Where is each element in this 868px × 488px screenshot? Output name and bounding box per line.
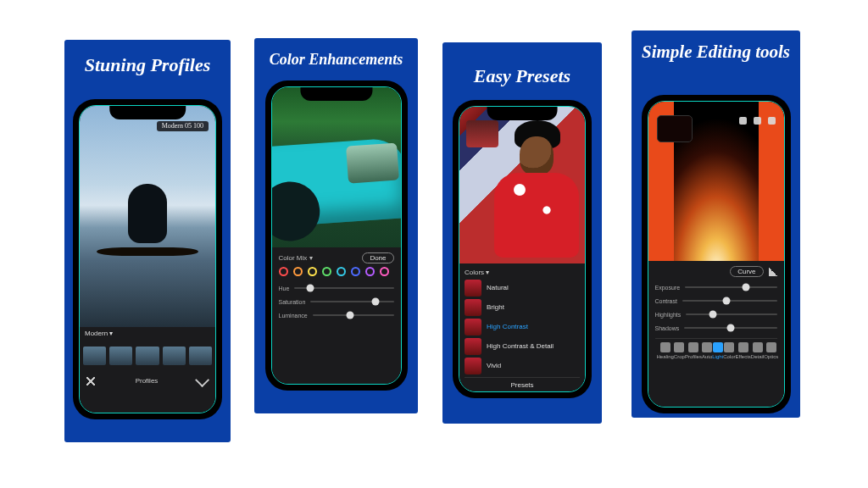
hue-picker-row [279, 267, 394, 276]
slider-shadows[interactable]: Shadows [655, 321, 777, 335]
hue-dot[interactable] [293, 267, 303, 276]
tool-label: Light [712, 354, 723, 359]
done-button[interactable]: Done [362, 252, 393, 263]
slider-exposure[interactable]: Exposure [655, 280, 777, 294]
phone-screen: Curve ExposureContrastHighlightsShadows … [648, 101, 785, 408]
tool-crop[interactable]: Crop [674, 342, 685, 359]
tool-label: Auto [702, 354, 712, 359]
preset-group-dropdown[interactable]: Colors ▾ [465, 269, 580, 276]
tool-detail[interactable]: Detail [751, 342, 764, 359]
preset-item[interactable]: Vivid [465, 358, 580, 374]
phone-notch [678, 102, 754, 115]
slider-label: Luminance [279, 313, 308, 319]
preset-item[interactable]: Natural [465, 280, 580, 297]
hue-dot[interactable] [337, 267, 346, 276]
preset-thumb [465, 358, 481, 374]
tool-icon [724, 342, 734, 352]
profile-thumb[interactable] [163, 347, 186, 365]
hue-dot[interactable] [322, 267, 331, 276]
phone-mock: Colors ▾ NaturalBrightHigh ContrastHigh … [453, 100, 592, 398]
photo-subject [128, 184, 167, 243]
card-title: Stuning Profiles [64, 47, 231, 75]
phone-screen: Colors ▾ NaturalBrightHigh ContrastHigh … [459, 106, 586, 392]
tool-color[interactable]: Color [723, 342, 735, 359]
color-mix-panel: Color Mix ▾ Done HueSaturationLuminance [272, 247, 401, 384]
phone-notch [487, 107, 558, 120]
tool-label: Profiles [685, 354, 702, 359]
light-panel: Curve ExposureContrastHighlightsShadows … [648, 261, 784, 407]
slider-label: Shadows [655, 325, 680, 331]
profile-thumb[interactable] [189, 347, 212, 365]
hue-dot[interactable] [380, 267, 389, 276]
cloud-icon[interactable] [754, 117, 761, 125]
profile-thumb[interactable] [83, 347, 106, 365]
preset-item[interactable]: High Contrast & Detail [465, 338, 580, 355]
phone-mock: Curve ExposureContrastHighlightsShadows … [642, 95, 791, 413]
profiles-panel: Modern ▾ Profiles [80, 327, 215, 413]
cancel-icon[interactable] [86, 377, 95, 385]
editing-tool-row: HealingCropProfilesAutoLightColorEffects… [655, 338, 777, 361]
phone-notch [300, 87, 372, 101]
slider-luminance[interactable]: Luminance [279, 308, 394, 322]
preset-item[interactable]: High Contrast [465, 319, 580, 336]
phone-mock: Color Mix ▾ Done HueSaturationLuminance [265, 80, 408, 391]
before-thumbnail[interactable] [657, 115, 693, 142]
preset-thumb [465, 299, 481, 316]
card-title: Color Enhancements [254, 43, 418, 69]
feature-card-editing: Simple Editing tools Curve ExposureContr… [632, 30, 800, 418]
share-icon[interactable] [768, 117, 776, 125]
profile-thumb[interactable] [136, 347, 159, 365]
card-title: Easy Presets [442, 58, 602, 86]
edited-photo[interactable] [272, 87, 401, 259]
profile-thumb-strip[interactable] [80, 340, 215, 372]
phone-screen: Color Mix ▾ Done HueSaturationLuminance [271, 86, 402, 385]
feature-card-profiles: Stuning Profiles Modern 05 100 Modern ▾ [64, 40, 231, 442]
promo-stage: Stuning Profiles Modern 05 100 Modern ▾ [0, 0, 868, 488]
undo-icon[interactable] [739, 117, 747, 125]
hue-dot[interactable] [351, 267, 360, 276]
tool-label: Effects [736, 354, 751, 359]
tool-label: Optics [764, 354, 778, 359]
phone-screen: Modern 05 100 Modern ▾ [79, 105, 216, 413]
profile-thumb[interactable] [109, 347, 132, 365]
preset-name: High Contrast & Detail [487, 342, 554, 350]
panel-title: Presets [465, 377, 580, 389]
panel-label[interactable]: Color Mix ▾ [279, 254, 313, 262]
tool-optics[interactable]: Optics [764, 342, 778, 359]
profile-group-dropdown[interactable]: Modern ▾ [80, 327, 215, 340]
slider-label: Saturation [279, 299, 306, 305]
tool-effects[interactable]: Effects [736, 342, 751, 359]
tool-icon [674, 342, 684, 352]
tool-healing[interactable]: Healing [657, 342, 674, 359]
preset-thumb [465, 338, 481, 355]
curve-button[interactable]: Curve [730, 266, 763, 277]
tool-icon [766, 342, 776, 352]
slider-contrast[interactable]: Contrast [655, 294, 777, 308]
slider-highlights[interactable]: Highlights [655, 308, 777, 321]
tool-light[interactable]: Light [712, 342, 723, 359]
tool-label: Color [723, 354, 735, 359]
tool-profiles[interactable]: Profiles [685, 342, 702, 359]
confirm-icon[interactable] [195, 373, 209, 387]
slider-label: Exposure [655, 285, 681, 291]
slider-hue[interactable]: Hue [279, 281, 394, 295]
hue-dot[interactable] [279, 267, 288, 276]
preset-item[interactable]: Bright [465, 299, 580, 316]
tool-auto[interactable]: Auto [702, 342, 712, 359]
tool-icon [688, 342, 698, 352]
panel-title: Profiles [136, 377, 159, 385]
feature-card-presets: Easy Presets Colors ▾ NaturalBrightHigh … [442, 42, 602, 424]
tool-icon [753, 342, 763, 352]
feature-card-color: Color Enhancements Color Mix ▾ Done HueS… [254, 38, 418, 413]
preset-name: Vivid [487, 362, 501, 369]
slider-label: Contrast [655, 298, 677, 304]
tool-label: Healing [657, 354, 674, 359]
hue-dot[interactable] [308, 267, 317, 276]
before-thumbnail[interactable] [466, 120, 498, 147]
preset-name: Natural [487, 284, 509, 291]
hue-dot[interactable] [365, 267, 375, 276]
edit-icon[interactable] [769, 268, 777, 276]
card-title: Simple Editing tools [632, 34, 800, 62]
slider-saturation[interactable]: Saturation [279, 295, 394, 308]
edited-photo[interactable] [80, 106, 215, 327]
